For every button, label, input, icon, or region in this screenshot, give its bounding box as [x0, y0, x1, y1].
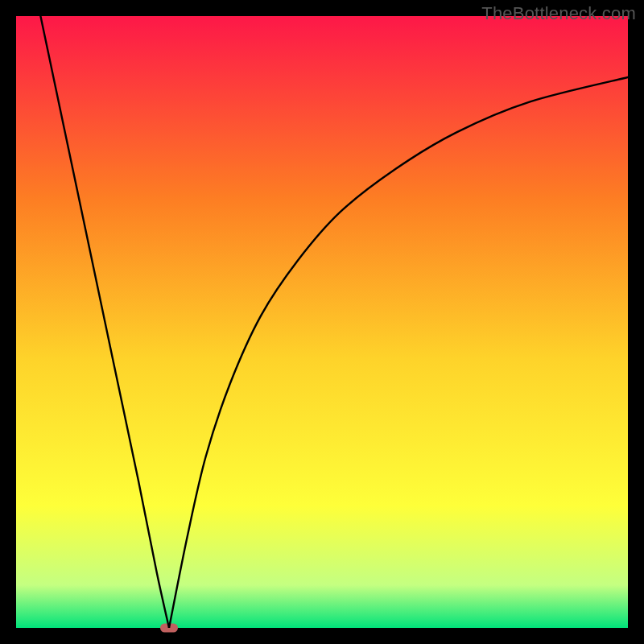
curve-right-branch [169, 77, 628, 628]
bottleneck-curve [16, 16, 628, 628]
watermark-text: TheBottleneck.com [481, 3, 636, 24]
chart-frame: TheBottleneck.com [0, 0, 644, 644]
curve-left-branch [40, 16, 169, 628]
